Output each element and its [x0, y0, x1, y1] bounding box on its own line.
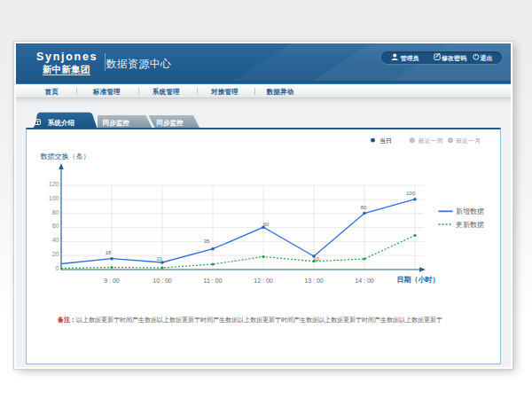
- svg-text:13 : 00: 13 : 00: [304, 278, 324, 284]
- svg-text:14 : 00: 14 : 00: [355, 278, 374, 284]
- svg-text:60: 60: [263, 222, 270, 227]
- svg-text:最近一月: 最近一月: [456, 137, 481, 145]
- svg-text:日期（小时）: 日期（小时）: [397, 276, 440, 284]
- svg-text:数据交换（条）: 数据交换（条）: [41, 153, 90, 160]
- svg-text:80: 80: [52, 209, 59, 215]
- svg-text:40: 40: [52, 237, 59, 243]
- svg-text:当日: 当日: [379, 137, 392, 145]
- svg-text:100: 100: [49, 195, 59, 201]
- svg-text:11 : 00: 11 : 00: [204, 278, 223, 284]
- svg-text:100: 100: [406, 191, 416, 196]
- svg-text:12 : 00: 12 : 00: [254, 278, 273, 284]
- svg-text:更新数据: 更新数据: [456, 221, 484, 229]
- svg-text:0: 0: [56, 265, 59, 271]
- svg-text:80: 80: [361, 205, 367, 210]
- svg-text:新增数据: 新增数据: [456, 207, 484, 215]
- svg-text:9 : 00: 9 : 00: [104, 278, 120, 284]
- svg-text:120: 120: [49, 181, 59, 187]
- svg-text:10: 10: [156, 256, 162, 262]
- svg-text:10: 10: [313, 256, 319, 262]
- svg-text:最近一周: 最近一周: [419, 137, 443, 144]
- svg-text:20: 20: [52, 251, 59, 257]
- svg-text:35: 35: [204, 239, 210, 244]
- svg-text:10 : 00: 10 : 00: [153, 278, 172, 284]
- svg-text:18: 18: [106, 250, 112, 255]
- svg-text:60: 60: [52, 223, 59, 229]
